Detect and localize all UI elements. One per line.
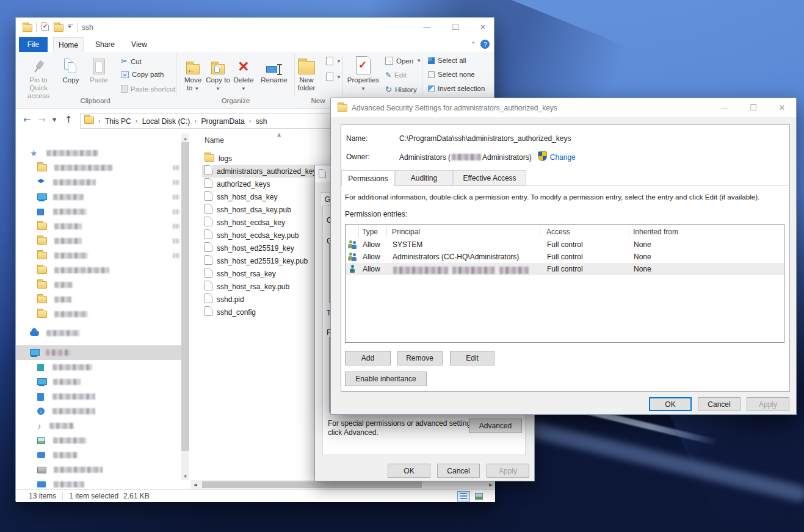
history-button[interactable]: ↻History: [385, 85, 417, 94]
close-button[interactable]: ✕: [469, 18, 497, 36]
qat-dropdown-icon[interactable]: [68, 24, 74, 30]
add-button[interactable]: Add: [345, 351, 391, 365]
nav-this-pc[interactable]: [30, 345, 70, 360]
rename-button[interactable]: Rename: [259, 54, 289, 84]
tab-file[interactable]: File: [19, 37, 48, 52]
security-titlebar[interactable]: Advanced Security Settings for administr…: [331, 98, 796, 117]
help-icon[interactable]: ?: [480, 40, 490, 49]
edit-button[interactable]: ✎Edit: [385, 71, 407, 79]
properties-ok-button[interactable]: OK: [388, 464, 430, 478]
h-scrollbar-thumb[interactable]: [202, 481, 422, 488]
properties-apply-button[interactable]: Apply: [487, 464, 529, 478]
qat-newfolder-icon[interactable]: [54, 23, 63, 34]
nav-pictures[interactable]: [37, 433, 87, 448]
breadcrumb-programdata[interactable]: ProgramData: [201, 117, 244, 126]
nav-videos[interactable]: [37, 448, 78, 462]
dialog-maximize-button[interactable]: ☐: [739, 98, 767, 117]
tab-permissions[interactable]: Permissions: [341, 170, 395, 186]
maximize-button[interactable]: ☐: [441, 18, 469, 36]
nav-item[interactable]: [37, 263, 109, 278]
scroll-right-icon[interactable]: ▶: [487, 480, 495, 489]
remove-button[interactable]: Remove: [397, 351, 443, 365]
scroll-up-icon[interactable]: ▲: [181, 134, 189, 142]
tab-view[interactable]: View: [125, 37, 153, 52]
permission-row-selected[interactable]: Allow Full control None: [346, 263, 784, 275]
properties-button[interactable]: ✓ Properties▼: [346, 54, 381, 92]
new-folder-button[interactable]: Newfolder: [289, 54, 324, 92]
copy-to-button[interactable]: Copy to ▼: [206, 54, 230, 92]
nav-item[interactable]: [37, 292, 71, 307]
nav-item[interactable]: [37, 307, 88, 322]
nav-item[interactable]: [37, 278, 73, 292]
invert-selection-button[interactable]: Invert selection: [428, 85, 485, 92]
details-view-button[interactable]: [457, 491, 470, 501]
easy-access-button[interactable]: ▼: [326, 73, 341, 81]
nav-item[interactable]: [37, 234, 82, 248]
scroll-left-icon[interactable]: ◀: [191, 480, 200, 489]
breadcrumb-ssh[interactable]: ssh: [256, 117, 267, 126]
nav-music[interactable]: ♪: [37, 419, 74, 433]
properties-cancel-button[interactable]: Cancel: [437, 464, 480, 478]
permission-row[interactable]: Allow SYSTEM Full control None: [346, 239, 784, 251]
nav-desktop[interactable]: [37, 375, 81, 389]
nav-item[interactable]: [37, 190, 84, 204]
nav-item[interactable]: [37, 219, 82, 234]
new-item-button[interactable]: ▼: [326, 57, 341, 65]
security-ok-button[interactable]: OK: [649, 397, 692, 411]
col-access[interactable]: Access: [546, 225, 570, 239]
move-to-button[interactable]: ← Move to ▼: [181, 54, 205, 92]
forward-icon[interactable]: →: [38, 114, 46, 125]
security-apply-button[interactable]: Apply: [747, 397, 789, 411]
nav-item[interactable]: [37, 204, 87, 219]
col-principal[interactable]: Principal: [392, 225, 420, 239]
col-type[interactable]: Type: [362, 225, 378, 239]
nav-downloads[interactable]: ↓: [37, 404, 95, 419]
thumbnail-view-button[interactable]: [473, 491, 485, 501]
minimize-button[interactable]: —: [413, 18, 441, 36]
up-icon[interactable]: ↑: [65, 114, 73, 125]
nav-onedrive[interactable]: [30, 326, 80, 340]
nav-item[interactable]: [37, 248, 88, 263]
advanced-button[interactable]: Advanced: [469, 419, 522, 433]
nav-item[interactable]: [37, 160, 112, 175]
breadcrumb-local-disk[interactable]: Local Disk (C:): [142, 117, 190, 126]
pin-to-quick-access-button[interactable]: Pin to Quick access: [20, 54, 57, 101]
tab-effective-access[interactable]: Effective Access: [453, 170, 526, 185]
copy-path-button[interactable]: wCopy path: [121, 71, 164, 78]
nav-3d-objects[interactable]: [37, 360, 92, 375]
nav-scrollbar-thumb[interactable]: [181, 142, 189, 451]
dialog-close-button[interactable]: ✕: [768, 98, 796, 117]
copy-button[interactable]: Copy: [59, 54, 83, 84]
column-header-name[interactable]: Name: [205, 136, 224, 145]
scroll-down-icon[interactable]: ▼: [181, 472, 189, 480]
qat-properties-icon[interactable]: ✓: [42, 22, 49, 34]
horizontal-scrollbar[interactable]: ◀ ▶: [191, 480, 495, 489]
permission-row[interactable]: Allow Administrators (CC-HQ\Administrato…: [346, 251, 784, 263]
paste-shortcut-button[interactable]: Paste shortcut: [121, 85, 176, 93]
tab-share[interactable]: Share: [90, 37, 120, 52]
edit-button[interactable]: Edit: [450, 351, 494, 365]
nav-scrollbar[interactable]: ▲ ▼: [181, 134, 189, 480]
tab-home[interactable]: Home: [53, 37, 84, 52]
back-icon[interactable]: ←: [23, 114, 31, 125]
change-owner-link[interactable]: Change: [550, 153, 576, 162]
delete-button[interactable]: ✕ Delete▼: [231, 54, 256, 92]
ribbon-collapse-icon[interactable]: ⌃: [471, 41, 476, 48]
nav-quick-access[interactable]: ★: [30, 146, 98, 160]
qat-folder-icon[interactable]: [23, 23, 32, 34]
paste-button[interactable]: Paste: [85, 54, 112, 84]
nav-item[interactable]: [37, 175, 96, 190]
open-button[interactable]: →Open ▼: [385, 57, 421, 65]
select-all-button[interactable]: Select all: [428, 57, 466, 64]
cut-button[interactable]: ✂Cut: [121, 57, 142, 66]
dialog-minimize-button[interactable]: —: [711, 98, 739, 117]
nav-documents[interactable]: [37, 389, 95, 404]
explorer-titlebar[interactable]: ✓ ssh — ☐ ✕: [16, 18, 494, 37]
select-none-button[interactable]: Select none: [428, 71, 475, 78]
tab-auditing[interactable]: Auditing: [395, 170, 453, 185]
recent-locations-icon[interactable]: ▼: [53, 117, 56, 123]
col-inherited[interactable]: Inherited from: [633, 225, 678, 239]
security-cancel-button[interactable]: Cancel: [698, 397, 741, 411]
breadcrumb-this-pc[interactable]: This PC: [105, 117, 131, 126]
enable-inheritance-button[interactable]: Enable inheritance: [345, 372, 427, 386]
